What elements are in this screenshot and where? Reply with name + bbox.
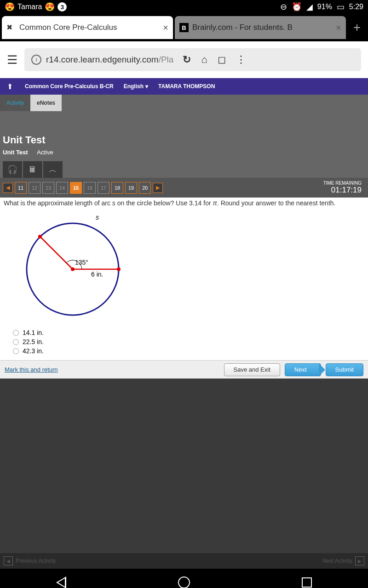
emoji-icon: 😍 xyxy=(5,2,15,12)
radio-button[interactable] xyxy=(13,339,19,345)
mark-return-link[interactable]: Mark this and return xyxy=(5,366,58,373)
browser-tabs: ✖ Common Core Pre-Calculus × B Brainly.c… xyxy=(0,14,368,41)
next-button[interactable]: Next xyxy=(285,363,321,376)
question-11[interactable]: 11 xyxy=(15,182,27,194)
tab-favicon: ✖ xyxy=(6,23,16,32)
status-bar: 😍 Tamara 😍 3 ⊖ ⏰ ◢ 91% ▭ 5:29 xyxy=(0,0,368,14)
url-text: r14.core.learn.edgenuity.com/Pla xyxy=(46,55,173,65)
course-name: Common Core Pre-Calculus B-CR xyxy=(19,83,119,90)
action-bar: Mark this and return Save and Exit Next … xyxy=(0,360,368,379)
refresh-icon[interactable]: ↻ xyxy=(183,54,191,66)
arc-label: s xyxy=(96,214,99,221)
tab-favicon: B xyxy=(179,23,189,32)
tab-enotes[interactable]: eNotes xyxy=(30,95,62,111)
next-question[interactable]: ▶ xyxy=(153,183,163,193)
battery-percent: 91% xyxy=(317,3,332,11)
collapse-tool[interactable]: ︿ xyxy=(43,161,63,178)
status-time: 5:29 xyxy=(349,3,363,11)
notification-count: 3 xyxy=(58,2,67,11)
student-name: TAMARA THOMPSON xyxy=(153,83,220,90)
question-18[interactable]: 18 xyxy=(111,182,123,194)
status-user: Tamara xyxy=(17,3,42,11)
svg-point-5 xyxy=(38,235,42,238)
answer-text: 14.1 in. xyxy=(23,329,44,336)
question-16[interactable]: 16 xyxy=(84,182,96,194)
answer-options: 14.1 in. 22.5 in. 42.3 in. xyxy=(13,329,364,355)
question-20[interactable]: 20 xyxy=(139,182,151,194)
radio-button[interactable] xyxy=(13,330,19,336)
prev-activity-label: Previous Activity xyxy=(16,558,56,564)
answer-option[interactable]: 14.1 in. xyxy=(13,329,364,336)
radio-button[interactable] xyxy=(13,348,19,354)
tab-activity[interactable]: Activity xyxy=(0,95,30,111)
calculator-tool[interactable]: 🖩 xyxy=(23,161,42,178)
answer-text: 22.5 in. xyxy=(23,338,44,345)
wifi-icon: ◢ xyxy=(306,2,313,12)
tools-row: 🎧 🖩 ︿ xyxy=(0,158,368,178)
question-15[interactable]: 15 xyxy=(70,182,82,194)
prev-question[interactable]: ◀ xyxy=(3,183,13,193)
next-activity-label: Next Activity xyxy=(322,558,352,564)
question-nav: ◀ 11 12 13 14 15 16 17 18 19 20 ▶ TIME R… xyxy=(0,178,368,198)
answer-text: 42.3 in. xyxy=(23,347,44,355)
audio-tool[interactable]: 🎧 xyxy=(3,161,22,178)
save-exit-button[interactable]: Save and Exit xyxy=(224,363,280,376)
next-activity-button[interactable]: ▶ xyxy=(355,556,364,565)
test-status: Active xyxy=(37,149,53,156)
new-tab-button[interactable]: + xyxy=(348,20,366,35)
svg-line-2 xyxy=(40,237,73,269)
question-14[interactable]: 14 xyxy=(56,182,68,194)
question-12[interactable]: 12 xyxy=(29,182,40,194)
close-icon[interactable]: × xyxy=(163,23,168,33)
recent-apps-button[interactable] xyxy=(302,577,312,588)
bookmark-icon[interactable]: ◻ xyxy=(218,54,226,66)
submit-button[interactable]: Submit xyxy=(326,363,363,376)
close-icon[interactable]: × xyxy=(336,23,341,33)
url-bar: ☰ i r14.core.learn.edgenuity.com/Pla ↻ ⌂… xyxy=(0,41,368,78)
circle-diagram: s 135° 6 in. xyxy=(17,214,128,324)
minus-icon: ⊖ xyxy=(280,2,287,12)
svg-point-4 xyxy=(117,267,121,271)
home-icon[interactable]: ⌂ xyxy=(201,54,207,66)
home-button[interactable] xyxy=(178,577,190,588)
battery-icon: ▭ xyxy=(337,2,345,12)
prev-activity-button[interactable]: ◀ xyxy=(4,556,13,565)
chevron-down-icon: ▾ xyxy=(145,83,148,90)
radius-label: 6 in. xyxy=(91,271,103,278)
time-remaining: TIME REMAINING 01:17:19 xyxy=(323,181,365,195)
language-selector[interactable]: English ▾ xyxy=(119,83,153,90)
browser-tab-inactive[interactable]: B Brainly.com - For students. B × xyxy=(175,16,346,39)
answer-option[interactable]: 22.5 in. xyxy=(13,338,364,345)
question-area: What is the approximate length of arc s … xyxy=(0,198,368,360)
test-header: Unit Test Unit Test Active xyxy=(0,111,368,158)
page-title: Unit Test xyxy=(3,134,365,146)
question-text: What is the approximate length of arc s … xyxy=(4,199,364,207)
info-icon[interactable]: i xyxy=(31,55,41,65)
browser-tab-active[interactable]: ✖ Common Core Pre-Calculus × xyxy=(2,16,173,39)
android-nav-bar xyxy=(0,569,368,588)
back-button[interactable] xyxy=(56,577,66,588)
empty-area xyxy=(0,379,368,553)
more-icon[interactable]: ⋮ xyxy=(236,54,246,66)
menu-icon[interactable]: ☰ xyxy=(7,53,17,67)
tab-title: Brainly.com - For students. B xyxy=(192,23,332,32)
question-13[interactable]: 13 xyxy=(42,182,54,194)
svg-point-3 xyxy=(71,267,75,271)
alarm-icon: ⏰ xyxy=(292,2,302,12)
tab-title: Common Core Pre-Calculus xyxy=(19,23,159,32)
question-19[interactable]: 19 xyxy=(125,182,137,194)
home-button[interactable]: ⬆ xyxy=(0,78,19,95)
answer-option[interactable]: 42.3 in. xyxy=(13,347,364,355)
course-header: ⬆ Common Core Pre-Calculus B-CR English … xyxy=(0,78,368,95)
footer-nav: ◀ Previous Activity Next Activity ▶ xyxy=(0,553,368,569)
emoji-icon: 😍 xyxy=(45,2,55,12)
sub-tabs: Activity eNotes xyxy=(0,95,368,111)
url-input[interactable]: i r14.core.learn.edgenuity.com/Pla ↻ ⌂ ◻… xyxy=(24,48,361,71)
angle-label: 135° xyxy=(75,259,88,266)
test-subtitle: Unit Test xyxy=(3,149,28,156)
question-17[interactable]: 17 xyxy=(98,182,109,194)
